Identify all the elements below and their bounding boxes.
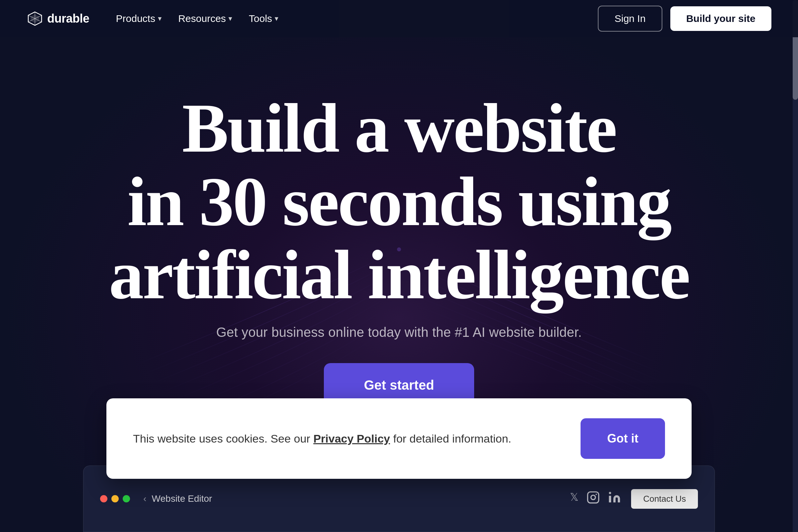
nav-item-products[interactable]: Products ▾ bbox=[109, 10, 168, 27]
sign-in-button[interactable]: Sign In bbox=[598, 6, 662, 32]
social-icons: 𝕏 bbox=[570, 491, 621, 507]
hero-title: Build a website in 30 seconds using arti… bbox=[109, 92, 689, 311]
contact-us-button[interactable]: Contact Us bbox=[631, 489, 698, 509]
navbar-right: Sign In Build your site bbox=[598, 6, 772, 32]
privacy-policy-link[interactable]: Privacy Policy bbox=[313, 432, 390, 445]
cookie-text-suffix: for detailed information. bbox=[390, 432, 511, 445]
browser-dot-green bbox=[123, 495, 130, 502]
logo-text: durable bbox=[47, 12, 90, 25]
back-button[interactable]: ‹ bbox=[143, 493, 146, 504]
cookie-text: This website uses cookies. See our Priva… bbox=[133, 430, 511, 447]
got-it-button[interactable]: Got it bbox=[581, 418, 665, 459]
logo[interactable]: durable bbox=[26, 10, 90, 27]
cookie-banner: This website uses cookies. See our Priva… bbox=[107, 398, 691, 479]
navbar-left: durable Products ▾ Resources ▾ Tools ▾ bbox=[26, 10, 285, 27]
nav-tools-label: Tools bbox=[249, 13, 272, 24]
nav-item-tools[interactable]: Tools ▾ bbox=[242, 10, 285, 27]
cookie-text-prefix: This website uses cookies. See our bbox=[133, 432, 313, 445]
svg-point-3 bbox=[596, 494, 597, 495]
svg-point-4 bbox=[609, 492, 611, 494]
scrollbar[interactable] bbox=[793, 0, 798, 532]
linkedin-icon[interactable] bbox=[608, 491, 621, 507]
instagram-icon[interactable] bbox=[587, 491, 600, 507]
browser-dots bbox=[100, 495, 130, 502]
svg-point-2 bbox=[591, 495, 595, 499]
browser-dot-red bbox=[100, 495, 108, 502]
website-editor-label: Website Editor bbox=[152, 493, 212, 504]
nav-links: Products ▾ Resources ▾ Tools ▾ bbox=[109, 10, 285, 27]
hero-title-line1: Build a website bbox=[182, 90, 616, 167]
hero-title-line3: artificial intelligence bbox=[109, 236, 689, 313]
navbar: durable Products ▾ Resources ▾ Tools ▾ S… bbox=[0, 0, 798, 37]
build-your-site-button[interactable]: Build your site bbox=[670, 6, 772, 31]
nav-item-resources[interactable]: Resources ▾ bbox=[172, 10, 239, 27]
browser-dot-yellow bbox=[111, 495, 119, 502]
products-chevron-icon: ▾ bbox=[158, 14, 162, 23]
browser-toolbar-right: 𝕏 Contact Us bbox=[570, 489, 698, 509]
hero-content: Build a website in 30 seconds using arti… bbox=[82, 92, 716, 407]
nav-resources-label: Resources bbox=[178, 13, 226, 24]
hero-title-line2: in 30 seconds using bbox=[127, 163, 671, 240]
twitter-icon[interactable]: 𝕏 bbox=[570, 491, 578, 507]
durable-logo-icon bbox=[26, 10, 43, 27]
hero-subtitle: Get your business online today with the … bbox=[109, 325, 689, 340]
tools-chevron-icon: ▾ bbox=[274, 14, 278, 23]
resources-chevron-icon: ▾ bbox=[228, 14, 232, 23]
svg-rect-1 bbox=[588, 492, 599, 503]
nav-products-label: Products bbox=[116, 13, 155, 24]
